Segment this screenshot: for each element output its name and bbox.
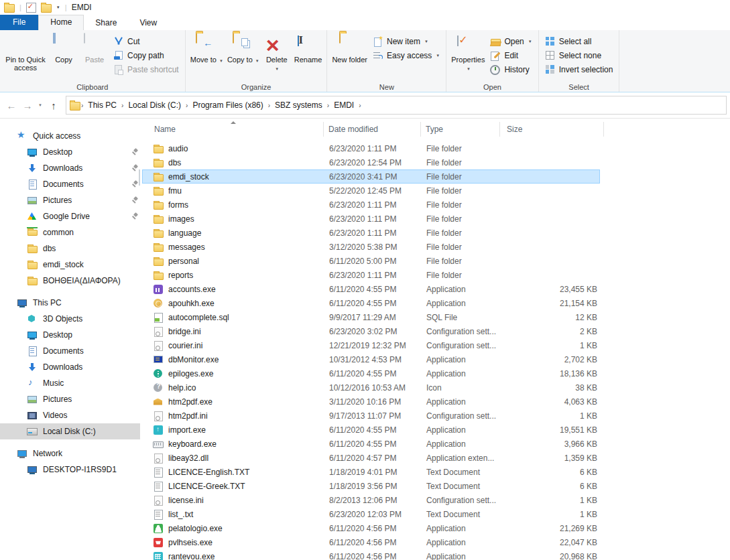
column-header-size[interactable]: Size	[500, 122, 604, 137]
properties-check-icon[interactable]	[26, 3, 36, 13]
file-row-libeay32-dll[interactable]: libeay32.dll 6/11/2020 4:57 PM Applicati…	[142, 451, 600, 465]
forward-button[interactable]: →	[19, 100, 36, 111]
edit-button[interactable]: Edit	[487, 48, 535, 62]
file-row-reports[interactable]: reports 6/23/2020 1:11 PM File folder	[142, 268, 600, 282]
tab-share[interactable]: Share	[84, 16, 128, 30]
sidebar-item-emdi-stock[interactable]: emdi_stock	[0, 257, 140, 273]
select-all-button[interactable]: Select all	[542, 34, 617, 48]
file-row-licence-greek-txt[interactable]: LICENCE-Greek.TXT 1/18/2019 3:56 PM Text…	[142, 479, 600, 493]
sidebar-item-local-disk-c[interactable]: Local Disk (C:)	[0, 423, 140, 439]
file-row-emdi-stock[interactable]: emdi_stock 6/23/2020 3:41 PM File folder	[142, 169, 600, 184]
paste-button[interactable]: Paste	[79, 32, 110, 65]
file-row-import-exe[interactable]: import.exe 6/11/2020 4:55 PM Application…	[142, 423, 600, 437]
column-header-name[interactable]: Name	[142, 122, 324, 137]
file-row-htm2pdf-exe[interactable]: htm2pdf.exe 3/11/2020 10:16 PM Applicati…	[142, 395, 600, 409]
sidebar-item-pictures[interactable]: Pictures	[0, 391, 140, 407]
file-size: 38 KB	[499, 383, 601, 393]
rename-button[interactable]: Rename	[292, 32, 324, 65]
sidebar-item-downloads[interactable]: Downloads	[0, 359, 140, 375]
breadcrumb-item-program-files-x86[interactable]: Program Files (x86)	[188, 99, 267, 111]
sidebar-section-network-header[interactable]: Network	[0, 445, 140, 462]
file-row-autocomplete-sql[interactable]: autocomplete.sql 9/9/2017 11:29 AM SQL F…	[142, 310, 600, 324]
sidebar-item-item[interactable]: ΒΟΗΘΕΙΑ(ΔΙΑΦΟΡΑ)	[0, 273, 140, 289]
file-row-accounts-exe[interactable]: accounts.exe 6/11/2020 4:55 PM Applicati…	[142, 282, 600, 296]
new-item-button[interactable]: New item ▼	[369, 34, 443, 48]
customize-toolbar-dropdown-icon[interactable]: ▼	[56, 5, 60, 9]
select-none-button[interactable]: Select none	[542, 48, 617, 62]
file-row-audio[interactable]: audio 6/23/2020 1:11 PM File folder	[142, 141, 600, 155]
breadcrumb-item-sbz-systems[interactable]: SBZ systems	[271, 99, 326, 111]
file-row-messages[interactable]: messages 3/12/2020 5:38 PM File folder	[142, 240, 600, 254]
tab-home[interactable]: Home	[38, 15, 84, 30]
easy-access-button[interactable]: Easy access ▼	[369, 48, 443, 62]
new-folder-icon[interactable]	[41, 4, 52, 13]
up-button[interactable]: ↑	[45, 100, 62, 111]
file-row-dbmonitor-exe[interactable]: dbMonitor.exe 10/31/2012 4:53 PM Applica…	[142, 352, 600, 366]
file-row-keyboard-exe[interactable]: keyboard.exe 6/11/2020 4:55 PM Applicati…	[142, 437, 600, 451]
sidebar-item-music[interactable]: Music	[0, 375, 140, 391]
file-row-courier-ini[interactable]: courier.ini 12/21/2019 12:32 PM Configur…	[142, 338, 600, 352]
file-row-epiloges-exe[interactable]: epiloges.exe 6/11/2020 4:55 PM Applicati…	[142, 366, 600, 380]
file-name: dbs	[168, 158, 328, 167]
tab-view[interactable]: View	[128, 16, 168, 30]
copy-button[interactable]: Copy	[48, 32, 79, 65]
sidebar-item-google-drive[interactable]: Google Drive	[0, 208, 140, 224]
file-row-language[interactable]: language 6/23/2020 1:11 PM File folder	[142, 226, 600, 240]
sidebar-item-desktop[interactable]: Desktop	[0, 327, 140, 343]
file-row-license-ini[interactable]: license.ini 8/2/2013 12:06 PM Configurat…	[142, 493, 600, 507]
file-row-rantevou-exe[interactable]: rantevou.exe 6/11/2020 4:56 PM Applicati…	[142, 549, 600, 560]
file-row-list-txt[interactable]: list_.txt 6/23/2020 12:03 PM Text Docume…	[142, 507, 600, 521]
invert-selection-button[interactable]: Invert selection	[542, 62, 617, 76]
sidebar-item-label: Desktop	[43, 330, 72, 340]
copy-to-button[interactable]: Copy to ▼	[225, 32, 261, 66]
sidebar-item-label: Pictures	[43, 395, 72, 404]
column-header-type[interactable]: Type	[421, 122, 500, 137]
back-button[interactable]: ←	[3, 100, 19, 111]
paste-shortcut-button[interactable]: Paste shortcut	[110, 62, 182, 76]
file-icon-cell	[143, 425, 168, 435]
sidebar-item-downloads[interactable]: Downloads	[0, 160, 140, 176]
sidebar-item-documents[interactable]: Documents	[0, 343, 140, 359]
sidebar-item-common[interactable]: common	[0, 224, 140, 240]
sidebar-item-desktop[interactable]: Desktop	[0, 144, 140, 160]
sidebar-section-this-pc-header[interactable]: This PC	[0, 295, 140, 311]
sidebar-section-quick-access-header[interactable]: Quick access	[0, 128, 140, 144]
column-header-date-modified[interactable]: Date modified	[324, 122, 421, 137]
breadcrumb-item-emdi[interactable]: EMDI	[330, 99, 358, 111]
file-row-bridge-ini[interactable]: bridge.ini 6/23/2020 3:02 PM Configurati…	[142, 324, 600, 338]
file-row-help-ico[interactable]: help.ico 10/12/2016 10:53 AM Icon 38 KB	[142, 380, 600, 395]
recent-locations-dropdown-icon[interactable]: ▼	[36, 103, 45, 107]
file-row-htm2pdf-ini[interactable]: htm2pdf.ini 9/17/2013 11:07 PM Configura…	[142, 409, 600, 423]
delete-button[interactable]: Delete▼	[261, 32, 292, 74]
file-row-forms[interactable]: forms 6/23/2020 1:11 PM File folder	[142, 198, 600, 212]
sidebar-item-desktop-i1rs9d1[interactable]: DESKTOP-I1RS9D1	[0, 462, 140, 478]
open-button[interactable]: Open ▼	[487, 34, 535, 48]
sidebar-item-pictures[interactable]: Pictures	[0, 192, 140, 208]
file-row-licence-english-txt[interactable]: LICENCE-English.TXT 1/18/2019 4:01 PM Te…	[142, 465, 600, 479]
sidebar-item-dbs[interactable]: dbs	[0, 240, 140, 257]
cut-button[interactable]: Cut	[110, 34, 182, 48]
folder-icon	[153, 228, 164, 238]
sidebar-item-3d-objects[interactable]: 3D Objects	[0, 311, 140, 327]
breadcrumb-item-local-disk-c[interactable]: Local Disk (C:)	[124, 99, 185, 111]
sidebar-item-documents[interactable]: Documents	[0, 176, 140, 192]
file-row-personal[interactable]: personal 6/11/2020 5:00 PM File folder	[142, 254, 600, 268]
file-row-apouhkh-exe[interactable]: apouhkh.exe 6/11/2020 4:55 PM Applicatio…	[142, 296, 600, 310]
pin-to-quick-access-button[interactable]: Pin to Quick access	[3, 32, 48, 73]
file-row-pelatologio-exe[interactable]: pelatologio.exe 6/11/2020 4:56 PM Applic…	[142, 521, 600, 535]
new-folder-button[interactable]: New folder	[330, 32, 369, 65]
move-to-button[interactable]: Move to ▼	[188, 32, 225, 66]
sidebar-item-videos[interactable]: Videos	[0, 407, 140, 423]
file-row-images[interactable]: images 6/23/2020 1:11 PM File folder	[142, 212, 600, 226]
breadcrumb-separator[interactable]: ›	[358, 102, 361, 109]
address-bar[interactable]: › This PC›Local Disk (C:)›Program Files …	[66, 96, 727, 115]
properties-button[interactable]: Properties▼	[449, 32, 487, 74]
file-row-pvlhseis-exe[interactable]: pvlhseis.exe 6/11/2020 4:56 PM Applicati…	[142, 535, 600, 549]
file-row-fmu[interactable]: fmu 5/22/2020 12:45 PM File folder	[142, 184, 600, 198]
tab-file[interactable]: File	[0, 15, 38, 30]
breadcrumb-item-this-pc[interactable]: This PC	[84, 99, 121, 111]
copy-path-button[interactable]: Copy path	[110, 48, 182, 62]
file-date-modified: 6/11/2020 5:00 PM	[328, 257, 425, 266]
history-button[interactable]: History	[487, 62, 535, 76]
file-row-dbs[interactable]: dbs 6/23/2020 12:54 PM File folder	[142, 155, 600, 169]
